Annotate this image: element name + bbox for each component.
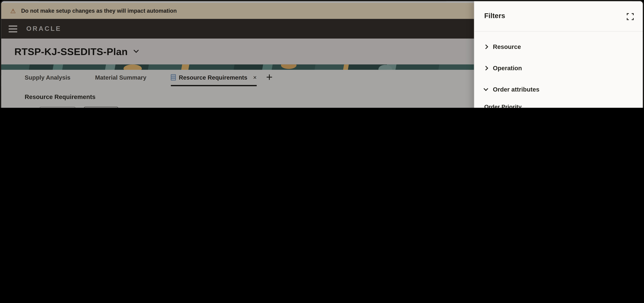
section-order-attributes[interactable]: Order attributes: [484, 86, 540, 93]
app-window: ⚠ Do not make setup changes as they will…: [0, 0, 644, 108]
order-priority-label: Order Priority: [484, 103, 522, 108]
expand-panel-icon[interactable]: [627, 13, 634, 20]
section-resource[interactable]: Resource: [484, 43, 521, 50]
filters-panel-title: Filters: [484, 12, 505, 20]
divider: [474, 31, 643, 32]
main-app-area: ⚠ Do not make setup changes as they will…: [1, 1, 476, 108]
section-label: Operation: [493, 64, 522, 71]
chevron-down-icon: [484, 86, 488, 91]
section-label: Resource: [493, 43, 521, 50]
filters-panel: Filters Resource Operation Order attribu…: [474, 1, 643, 108]
section-label: Order attributes: [493, 86, 540, 93]
chevron-right-icon: [484, 44, 488, 49]
section-operation[interactable]: Operation: [484, 64, 522, 71]
chevron-right-icon: [484, 65, 488, 70]
dimming-overlay: [1, 1, 476, 108]
screenshot-stage: ⚠ Do not make setup changes as they will…: [0, 0, 644, 108]
